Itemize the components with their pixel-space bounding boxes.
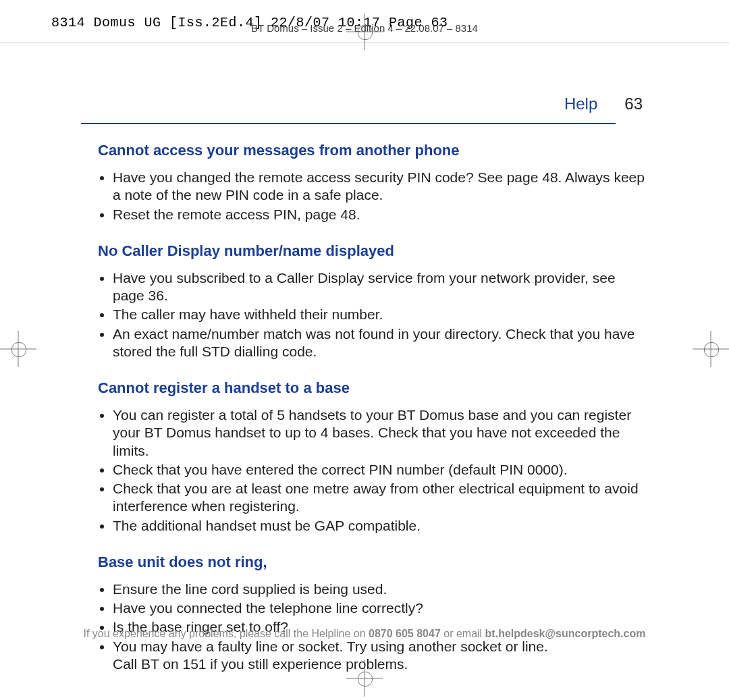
bullet-list: Ensure the line cord supplied is being u… [98,581,648,673]
bullet-list: Have you changed the remote access secur… [98,169,648,223]
page-header: Help 63 [81,95,648,113]
topic-heading: Cannot register a handset to a base [98,379,648,397]
registration-mark-icon [346,14,383,50]
registration-mark-icon [346,660,383,697]
section-name: Help [564,95,597,113]
list-item: The caller may have withheld their numbe… [113,306,648,323]
helpline-footnote: If you experience any problems, please c… [0,628,729,640]
footnote-phone: 0870 605 8047 [369,628,441,639]
list-item: Reset the remote access PIN, page 48. [113,206,648,223]
list-item: An exact name/number match was not found… [113,325,648,361]
list-item: Ensure the line cord supplied is being u… [113,581,648,598]
list-item: The additional handset must be GAP compa… [113,517,648,535]
list-item: Have you connected the telephone line co… [113,599,648,617]
header-rule [81,123,616,124]
footnote-email: bt.helpdesk@suncorptech.com [485,628,646,639]
registration-mark-icon [0,331,36,367]
list-item-text: You may have a faulty line or socket. Tr… [113,639,548,654]
list-item: Have you subscribed to a Caller Display … [113,269,648,305]
footnote-pre: If you experience any problems, please c… [84,628,369,639]
bullet-list: Have you subscribed to a Caller Display … [98,269,648,360]
topic-heading: Base unit does not ring, [98,554,648,571]
list-item: You can register a total of 5 handsets t… [113,406,648,460]
bullet-list: You can register a total of 5 handsets t… [98,406,648,535]
footnote-mid: or email [441,628,485,639]
topic-heading: No Caller Display number/name displayed [98,242,648,260]
list-item: Check that you are at least one metre aw… [113,480,648,516]
topic-heading: Cannot access your messages from another… [98,142,648,159]
list-item: Have you changed the remote access secur… [113,169,648,205]
page-number: 63 [624,95,643,113]
registration-mark-icon [693,331,729,367]
list-item: Check that you have entered the correct … [113,461,648,479]
page-body: Help 63 Cannot access your messages from… [81,95,648,692]
